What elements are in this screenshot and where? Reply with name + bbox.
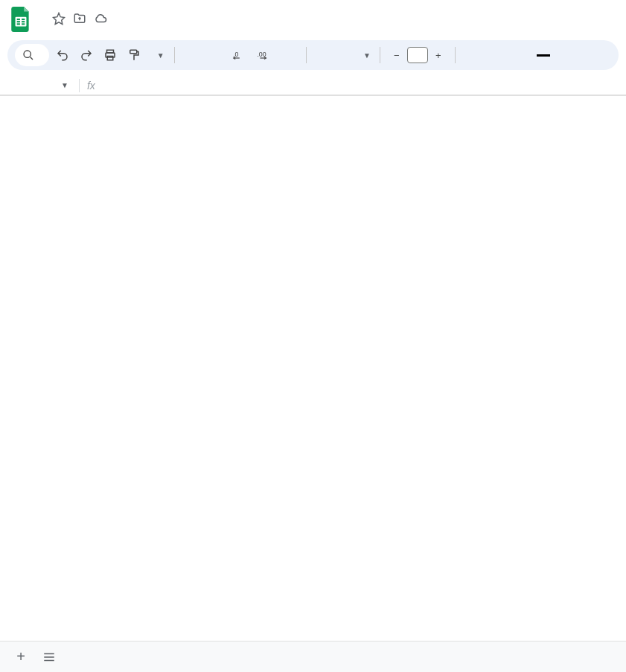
search-menus[interactable] xyxy=(15,44,49,66)
add-sheet-button[interactable]: + xyxy=(9,645,33,669)
name-box-dropdown[interactable]: ▼ xyxy=(55,81,74,89)
increase-font-button[interactable]: + xyxy=(428,45,449,65)
decrease-decimal-button[interactable]: .0 xyxy=(229,45,249,65)
separator xyxy=(306,47,307,63)
separator xyxy=(455,47,456,63)
svg-rect-1 xyxy=(17,19,20,20)
svg-rect-4 xyxy=(22,21,25,22)
strikethrough-button[interactable] xyxy=(509,45,530,65)
all-sheets-button[interactable] xyxy=(37,645,61,669)
increase-decimal-button[interactable]: .00 xyxy=(252,45,276,65)
app-header xyxy=(0,0,626,34)
italic-button[interactable] xyxy=(485,45,506,65)
zoom-select[interactable]: ▼ xyxy=(147,45,168,65)
toolbar: ▼ .0 .00 ▼ − + xyxy=(7,40,619,70)
redo-button[interactable] xyxy=(76,45,97,65)
bold-button[interactable] xyxy=(461,45,482,65)
formula-bar: ▼ fx xyxy=(0,76,626,95)
fx-icon: fx xyxy=(84,80,98,92)
svg-rect-11 xyxy=(130,50,137,54)
svg-text:.0: .0 xyxy=(233,51,238,58)
separator xyxy=(174,47,175,63)
sheets-logo[interactable] xyxy=(10,6,31,33)
font-select[interactable]: ▼ xyxy=(313,45,374,65)
text-color-button[interactable] xyxy=(533,45,554,65)
search-icon xyxy=(22,49,34,61)
svg-point-7 xyxy=(24,51,31,57)
svg-rect-2 xyxy=(22,19,25,20)
sheet-tab-bar: + xyxy=(0,641,626,672)
name-box[interactable] xyxy=(4,78,55,92)
separator xyxy=(380,47,380,63)
svg-rect-3 xyxy=(17,21,20,22)
spreadsheet-grid xyxy=(0,95,626,640)
cloud-icon[interactable] xyxy=(94,12,107,25)
formula-input[interactable] xyxy=(98,78,622,92)
doc-title[interactable] xyxy=(39,17,45,20)
svg-rect-5 xyxy=(17,23,20,25)
font-size-input[interactable] xyxy=(407,47,428,63)
percent-button[interactable] xyxy=(205,45,226,65)
decrease-font-button[interactable]: − xyxy=(386,45,407,65)
star-icon[interactable] xyxy=(52,12,66,25)
svg-rect-6 xyxy=(22,23,25,25)
paint-format-button[interactable] xyxy=(124,45,144,65)
currency-button[interactable] xyxy=(181,45,202,65)
svg-text:.00: .00 xyxy=(257,51,266,58)
move-icon[interactable] xyxy=(73,12,86,25)
print-button[interactable] xyxy=(100,45,121,65)
format-123-button[interactable] xyxy=(279,45,300,65)
undo-button[interactable] xyxy=(52,45,73,65)
